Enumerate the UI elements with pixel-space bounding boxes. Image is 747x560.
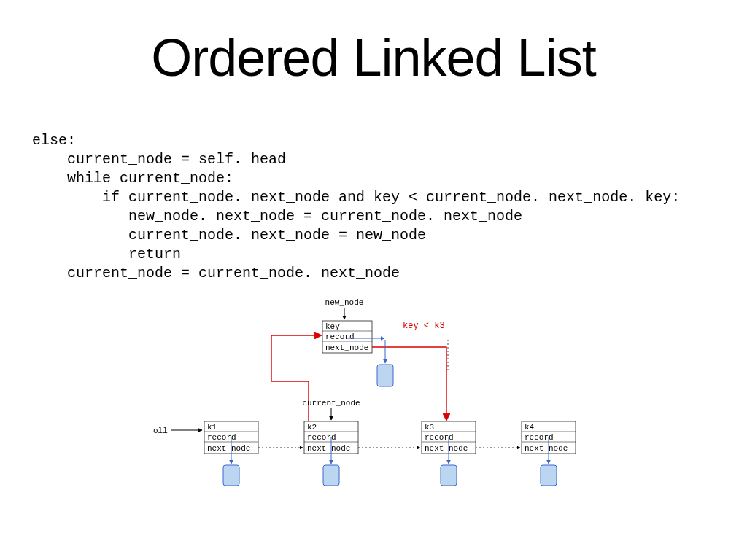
current-node-label: current_node — [302, 399, 360, 408]
code-block: else: current_node = self. head while cu… — [32, 131, 747, 283]
condition-label: key < k3 — [403, 321, 445, 331]
page-title: Ordered Linked List — [0, 28, 747, 88]
svg-text:next_node: next_node — [325, 343, 368, 352]
svg-text:k2: k2 — [307, 423, 317, 432]
linked-list-diagram: new_node key record next_node key < k3 o… — [0, 298, 747, 487]
record-box-new — [377, 365, 393, 386]
svg-rect-40 — [223, 465, 239, 486]
new-node-box: key record next_node — [322, 321, 372, 353]
svg-rect-46 — [541, 465, 557, 486]
oll-label: oll — [153, 427, 168, 435]
svg-rect-44 — [441, 465, 457, 486]
svg-text:record: record — [207, 433, 236, 442]
svg-text:record: record — [525, 433, 554, 442]
svg-text:next_node: next_node — [307, 444, 350, 453]
record-pointers — [223, 437, 557, 486]
svg-text:record: record — [307, 433, 336, 442]
svg-text:next_node: next_node — [425, 444, 468, 453]
svg-text:next_node: next_node — [525, 444, 568, 453]
svg-text:key: key — [325, 322, 340, 331]
svg-text:next_node: next_node — [207, 444, 250, 453]
new-node-label: new_node — [325, 298, 364, 307]
svg-text:k1: k1 — [207, 423, 217, 432]
svg-text:record: record — [425, 433, 454, 442]
svg-text:k3: k3 — [425, 423, 434, 432]
svg-text:k4: k4 — [525, 423, 535, 432]
svg-text:record: record — [325, 332, 355, 341]
svg-rect-42 — [323, 465, 339, 486]
